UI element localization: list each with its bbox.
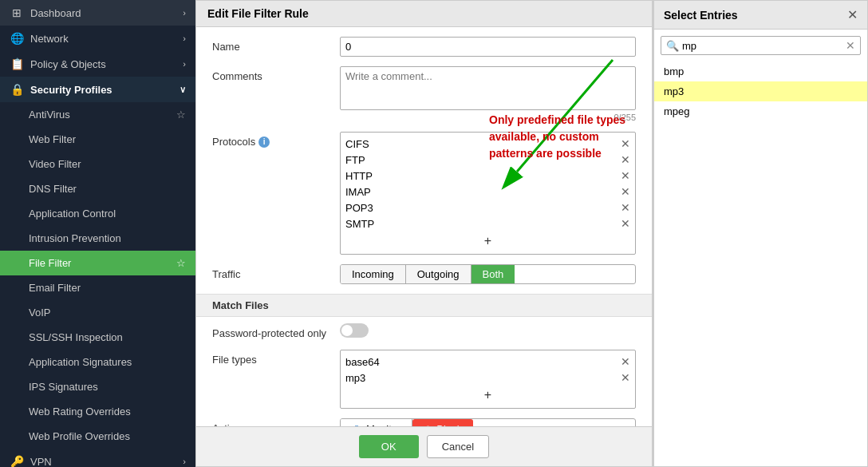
sidebar-item-web-filter[interactable]: Web Filter [0,127,195,152]
traffic-incoming-button[interactable]: Incoming [341,265,406,283]
action-buttons: 👁 Monitor ⊖ Block [340,418,636,426]
name-input[interactable] [340,37,636,57]
main-content: Edit File Filter Rule Name Comments 0/25… [195,0,868,467]
sidebar-item-label: DNS Filter [29,183,186,195]
sidebar-item-label: Video Filter [29,158,186,170]
policy-icon: 📋 [10,57,24,70]
search-input[interactable] [682,40,846,52]
sidebar-item-app-signatures[interactable]: Application Signatures [0,350,195,374]
entries-list: bmp mp3 mpeg [654,61,867,466]
sidebar-item-intrusion-prevention[interactable]: Intrusion Prevention [0,226,195,251]
sidebar-item-label: Dashboard [30,7,183,19]
protocol-name: HTTP [345,170,373,182]
file-types-row: File types base64 ✕ mp3 ✕ + [212,350,636,409]
protocol-remove-ftp[interactable]: ✕ [621,153,630,166]
dialog-title: Edit File Filter Rule [196,1,652,27]
file-types-field: base64 ✕ mp3 ✕ + [340,350,636,409]
file-type-item: base64 ✕ [345,354,630,370]
sidebar-item-antivirus[interactable]: AntiVirus ☆ [0,102,195,127]
file-type-add-button[interactable]: + [345,386,630,405]
comments-input[interactable] [340,66,636,110]
sidebar-item-policy-objects[interactable]: 📋 Policy & Objects › [0,51,195,77]
entry-item-mpeg[interactable]: mpeg [654,101,867,121]
star-icon[interactable]: ☆ [176,109,186,121]
protocol-remove-smtp[interactable]: ✕ [621,217,630,230]
file-types-label: File types [212,350,340,366]
protocol-name: CIFS [345,138,369,150]
protocol-name: IMAP [345,186,371,198]
sidebar-item-web-profile[interactable]: Web Profile Overrides [0,424,195,449]
sidebar-item-label: File Filter [29,257,172,269]
password-label: Password-protected only [212,323,340,339]
entry-item-mp3[interactable]: mp3 [654,81,867,101]
sidebar-item-file-filter[interactable]: File Filter ☆ [0,251,195,275]
protocol-add-button[interactable]: + [345,232,630,251]
comments-field: 0/255 [340,66,636,122]
sidebar-item-security-profiles[interactable]: 🔒 Security Profiles ∨ [0,77,195,102]
action-row: Action 👁 Monitor ⊖ Block [212,418,636,426]
vpn-icon: 🔑 [10,455,24,467]
entry-label: mpeg [664,105,690,117]
sidebar-item-dns-filter[interactable]: DNS Filter [0,176,195,201]
ok-button[interactable]: OK [359,435,419,458]
sidebar-item-label: Security Profiles [30,84,180,96]
sidebar-item-label: Network [30,33,183,45]
traffic-field: Incoming Outgoing Both [340,264,636,284]
chevron-right-icon: › [183,8,186,18]
sidebar-item-email-filter[interactable]: Email Filter [0,275,195,300]
action-field: 👁 Monitor ⊖ Block [340,418,636,426]
chevron-right-icon: › [183,457,186,466]
sidebar: ⊞ Dashboard › 🌐 Network › 📋 Policy & Obj… [0,0,195,467]
sidebar-item-label: Application Control [29,208,186,220]
protocol-remove-pop3[interactable]: ✕ [621,201,630,214]
traffic-outgoing-button[interactable]: Outgoing [406,265,471,283]
sidebar-item-label: Web Profile Overrides [29,430,186,442]
select-entries-header: Select Entries ✕ [654,1,867,30]
protocol-name: FTP [345,154,365,166]
char-count: 0/255 [340,113,636,122]
search-box: 🔍 ✕ [661,36,861,55]
protocol-remove-imap[interactable]: ✕ [621,185,630,198]
password-toggle[interactable] [340,323,369,338]
protocol-item: HTTP ✕ [345,168,630,184]
entry-item-bmp[interactable]: bmp [654,61,867,81]
protocols-row: Protocols i CIFS ✕ FTP ✕ H [212,132,636,255]
action-block-button[interactable]: ⊖ Block [412,419,473,426]
file-type-name: mp3 [345,372,365,384]
sidebar-item-label: Intrusion Prevention [29,232,186,244]
protocol-item: CIFS ✕ [345,136,630,152]
match-files-section: Match Files [196,294,652,317]
sidebar-item-dashboard[interactable]: ⊞ Dashboard › [0,0,195,26]
traffic-both-button[interactable]: Both [471,265,515,283]
protocol-remove-cifs[interactable]: ✕ [621,137,630,150]
sidebar-item-ips-signatures[interactable]: IPS Signatures [0,374,195,399]
sidebar-item-video-filter[interactable]: Video Filter [0,152,195,176]
file-type-remove-base64[interactable]: ✕ [621,355,630,368]
sidebar-item-label: Application Signatures [29,356,186,368]
sidebar-item-network[interactable]: 🌐 Network › [0,26,195,51]
protocols-field: CIFS ✕ FTP ✕ HTTP ✕ IMAP [340,132,636,255]
file-type-name: base64 [345,356,380,368]
file-type-remove-mp3[interactable]: ✕ [621,371,630,384]
sidebar-item-web-rating[interactable]: Web Rating Overrides [0,399,195,424]
protocol-list: CIFS ✕ FTP ✕ HTTP ✕ IMAP [340,132,636,255]
sidebar-item-ssl-ssh[interactable]: SSL/SSH Inspection [0,325,195,350]
dashboard-icon: ⊞ [10,6,24,19]
protocol-name: SMTP [345,218,374,230]
sidebar-item-voip[interactable]: VoIP [0,300,195,325]
name-field [340,37,636,57]
info-icon[interactable]: i [258,137,270,148]
sidebar-item-label: Email Filter [29,282,186,294]
sidebar-item-application-control[interactable]: Application Control [0,201,195,226]
password-field [340,323,636,340]
clear-search-icon[interactable]: ✕ [846,39,855,52]
lock-icon: 🔒 [10,83,24,96]
sidebar-item-vpn[interactable]: 🔑 VPN › [0,449,195,467]
network-icon: 🌐 [10,32,24,45]
chevron-right-icon: › [183,34,186,43]
star-icon[interactable]: ☆ [176,257,186,269]
close-icon[interactable]: ✕ [847,7,858,22]
protocol-remove-http[interactable]: ✕ [621,169,630,182]
cancel-button[interactable]: Cancel [427,435,489,458]
action-monitor-button[interactable]: 👁 Monitor [341,419,412,426]
